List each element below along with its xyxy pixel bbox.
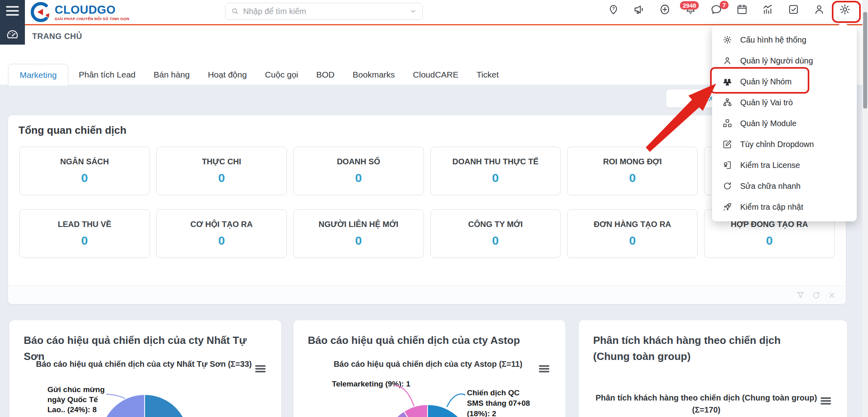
chart-title: Báo cáo hiệu quả chiến dịch của cty Asto… (305, 360, 551, 369)
menu-item-kiem-tra-license[interactable]: Kiểm tra License (712, 155, 857, 176)
tab-cuoc-goi[interactable]: Cuộc gọi (265, 70, 298, 80)
pie-slice-label: Chiến dịch QC SMS tháng 07+08 (18%): 2 (467, 388, 530, 417)
chart-title: Báo cáo hiệu quả chiến dịch của cty Nhất… (21, 360, 266, 369)
stat-card: ĐƠN HÀNG TẠO RA0 (567, 209, 698, 258)
stat-card: THỰC CHI0 (156, 147, 287, 195)
refresh-icon[interactable] (812, 291, 821, 300)
menu-item-quan-ly-nguoi-dung[interactable]: Quản lý Người dùng (712, 50, 857, 71)
location-help-icon[interactable]: ? (608, 4, 619, 15)
close-icon[interactable] (827, 291, 836, 300)
profile-person-icon[interactable] (813, 4, 825, 15)
dashlet-title: Báo cáo hiệu quả chiến dịch của cty Asto… (293, 320, 565, 348)
settings-dropdown-menu: Cấu hình hệ thống Quản lý Người dùng Quả… (712, 25, 857, 221)
scrollbar-thumb[interactable] (863, 12, 867, 108)
stat-card: CƠ HỘI TẠO RA0 (156, 209, 287, 258)
people-group-icon (723, 77, 732, 86)
edit-square-icon (723, 139, 732, 149)
menu-item-kiem-tra-cap-nhat[interactable]: Kiểm tra cập nhật (712, 196, 857, 217)
tab-bar: Phân tích Lead Bán hàng Hoạt động Cuộc g… (79, 64, 499, 86)
logo-title: CLOUDGO (55, 4, 129, 16)
calendar-icon[interactable] (736, 4, 748, 15)
stat-card: DOANH THU THỰC TẾ0 (430, 147, 561, 195)
settings-gear-icon[interactable] (839, 4, 851, 15)
rocket-icon (723, 202, 732, 212)
page-scrollbar[interactable] (862, 0, 868, 417)
tab-marketing[interactable]: Marketing (8, 64, 68, 86)
search-input[interactable] (243, 7, 405, 16)
pie-chart-nhat-tu-son[interactable] (94, 394, 195, 417)
menu-hamburger-icon[interactable] (6, 6, 19, 16)
stat-card: CÔNG TY MỚI0 (430, 209, 561, 258)
pie-slice-label: Telemarketing (9%): 1 (332, 379, 410, 389)
add-icon[interactable] (659, 4, 671, 15)
panel-title: Tổng quan chiến dịch (18, 124, 127, 137)
stat-card: NGÂN SÁCH0 (19, 147, 150, 195)
stat-card: NGƯỜI LIÊN HỆ MỚI0 (293, 209, 424, 258)
sidebar-collapsed (0, 0, 25, 45)
tab-hoat-dong[interactable]: Hoạt động (208, 70, 247, 80)
global-search[interactable] (225, 3, 423, 20)
dashboard-gauge-icon[interactable] (6, 28, 19, 43)
dashlet-title: Báo cáo hiệu quả chiến dịch của cty Nhất… (9, 320, 281, 364)
chart-menu-icon[interactable] (539, 365, 549, 373)
menu-item-tuy-chinh-dropdown[interactable]: Tùy chỉnh Dropdown (712, 134, 857, 155)
tab-phan-tich-lead[interactable]: Phân tích Lead (79, 70, 135, 80)
dashlet-phan-tich-khach-hang: Phân tích khách hàng theo chiến dịch (Ch… (579, 320, 847, 417)
tasks-checkbox-icon[interactable] (788, 4, 799, 15)
svg-text:?: ? (612, 6, 615, 11)
refresh-repeat-icon (723, 181, 732, 191)
header-icon-bar: ? (608, 4, 851, 15)
dashlet-astop: Báo cáo hiệu quả chiến dịch của cty Asto… (293, 320, 565, 417)
chart-title: Phân tích khách hàng theo chiến dịch (Ch… (589, 392, 824, 416)
modules-cubes-icon (723, 119, 732, 128)
stat-card: DOANH SỐ0 (293, 147, 424, 195)
filter-icon[interactable] (796, 291, 805, 300)
cloudgo-logo-mark (31, 2, 51, 22)
tab-bod[interactable]: BOD (316, 70, 335, 80)
panel-footer (8, 286, 846, 304)
cloudgo-logo[interactable]: CLOUDGO GIẢI PHÁP CHUYỂN ĐỔI SỐ TINH GỌN (31, 2, 129, 22)
dashlet-title: Phân tích khách hàng theo chiến dịch (Ch… (579, 320, 828, 364)
gear-icon (723, 35, 732, 45)
menu-item-quan-ly-nhom[interactable]: Quản lý Nhóm (712, 71, 857, 92)
menu-item-cau-hinh-he-thong[interactable]: Cấu hình hệ thống (712, 29, 857, 50)
org-chart-icon (723, 98, 732, 107)
tab-cloudcare[interactable]: CloudCARE (413, 70, 459, 80)
activity-chart-icon[interactable] (762, 4, 774, 15)
stat-card: ROI MONG ĐỢI0 (567, 147, 698, 195)
license-icon (723, 160, 732, 170)
dashlet-nhat-tu-son: Báo cáo hiệu quả chiến dịch của cty Nhất… (9, 320, 281, 417)
chevron-down-icon[interactable] (409, 8, 417, 15)
clear-circle-x-icon (694, 94, 704, 103)
stat-card: LEAD THU VỀ0 (19, 209, 150, 258)
menu-item-quan-ly-module[interactable]: Quản lý Module (712, 113, 857, 134)
chart-menu-icon[interactable] (821, 397, 831, 405)
pie-chart-astop[interactable] (383, 402, 472, 417)
tab-bookmarks[interactable]: Bookmarks (353, 70, 395, 80)
menu-item-quan-ly-vai-tro[interactable]: Quản lý Vai trò (712, 92, 857, 113)
message-count-badge: 7 (720, 1, 729, 9)
tab-ban-hang[interactable]: Bán hàng (154, 70, 190, 80)
notification-count-badge: 2948 (680, 1, 699, 10)
announcement-icon[interactable] (633, 4, 645, 15)
chart-menu-icon[interactable] (255, 365, 266, 373)
tab-ticket[interactable]: Ticket (477, 70, 499, 80)
logo-tagline: GIẢI PHÁP CHUYỂN ĐỔI SỐ TINH GỌN (55, 16, 129, 21)
person-icon (723, 56, 732, 65)
cloudgo-dashboard: CLOUDGO GIẢI PHÁP CHUYỂN ĐỔI SỐ TINH GỌN… (0, 0, 868, 417)
menu-item-sua-chua-nhanh[interactable]: Sửa chữa nhanh (712, 176, 857, 196)
breadcrumb: TRANG CHỦ (32, 32, 82, 41)
search-icon (231, 7, 239, 15)
